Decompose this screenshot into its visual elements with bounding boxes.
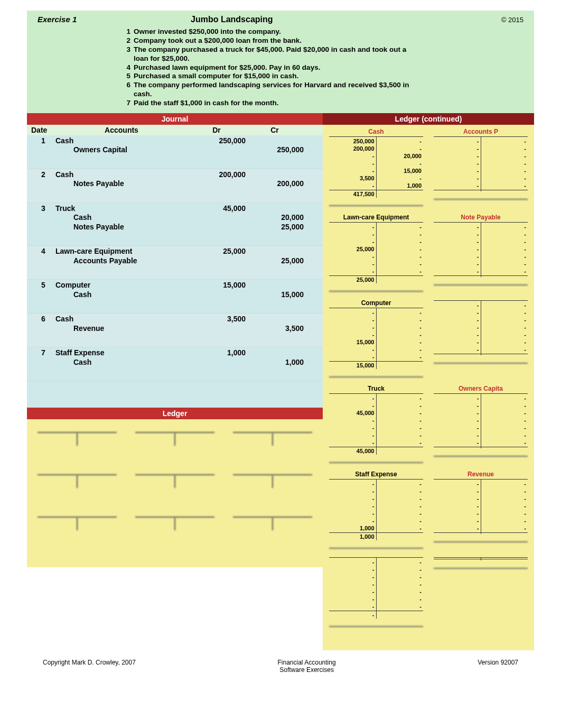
t-account-body: 250,000200,000---3,500---20,000-15,000-1… xyxy=(329,137,423,190)
t-cell-credit: - xyxy=(483,137,527,145)
t-account-row: Staff Expense------1,000-------1,000Reve… xyxy=(325,471,532,549)
t-cell-credit: - xyxy=(378,595,422,603)
t-cell-debit: - xyxy=(331,417,375,424)
t-cell-debit: - xyxy=(331,253,375,260)
ledger-continued-title-bar: Ledger (continued) xyxy=(323,113,534,125)
t-cell-debit: - xyxy=(331,595,375,603)
t-account-debit-col: ---25,000--- xyxy=(329,223,377,275)
t-cell-debit: - xyxy=(435,517,479,524)
journal-line-date: 3 xyxy=(31,204,55,214)
t-cell-credit: - xyxy=(378,409,422,417)
t-account-total-row xyxy=(434,275,528,277)
t-account-credit-col: ------- xyxy=(481,480,528,532)
t-account-body: -------------- xyxy=(434,223,528,275)
right-ledger-area: Cash250,000200,000---3,500---20,000-15,0… xyxy=(323,125,534,650)
t-cell-credit: - xyxy=(378,517,422,524)
t-cell-debit: - xyxy=(331,316,375,324)
t-cell-debit: - xyxy=(331,424,375,431)
journal-line-credit xyxy=(246,247,304,256)
journal-line-date xyxy=(31,358,55,367)
t-total-credit xyxy=(481,190,528,191)
journal-line-account: Cash xyxy=(55,136,188,146)
t-cell-debit: - xyxy=(435,402,479,409)
t-account-title: Revenue xyxy=(434,471,528,480)
t-cell-credit: - xyxy=(378,145,422,152)
journal-entry: 4Lawn-care Equipment25,000Accounts Payab… xyxy=(27,246,323,280)
right-pane: Ledger (continued) Cash250,000200,000---… xyxy=(323,113,534,650)
journal-head-date: Date xyxy=(31,126,55,134)
t-cell-debit: - xyxy=(331,223,375,231)
t-cell-debit: - xyxy=(331,573,375,580)
t-cell-credit: - xyxy=(483,495,527,502)
journal-line-debit xyxy=(188,213,246,223)
journal-line-date xyxy=(31,179,55,189)
journal-entry: 3Truck45,000Cash20,000Notes Payable25,00… xyxy=(27,203,323,246)
t-cell-credit: - xyxy=(483,309,527,316)
journal-entry: 2Cash200,000Notes Payable200,000 xyxy=(27,169,323,203)
t-account-row: --------------- xyxy=(325,556,532,627)
journal-line-account: Staff Expense xyxy=(55,348,188,358)
t-cell-debit: - xyxy=(331,558,375,566)
t-total-credit xyxy=(481,354,528,355)
company-name: Jumbo Landscaping xyxy=(143,15,501,24)
t-total-credit xyxy=(377,190,424,198)
t-account-title: Truck xyxy=(329,385,423,394)
journal-line-account: Cash xyxy=(55,213,188,223)
t-cell-debit: 25,000 xyxy=(331,245,375,253)
t-cell-credit: - xyxy=(378,510,422,517)
t-account-underline xyxy=(434,357,528,364)
journal-line-debit xyxy=(188,145,246,155)
t-cell-debit: - xyxy=(435,524,479,532)
t-account-row: Cash250,000200,000---3,500---20,000-15,0… xyxy=(325,128,532,206)
t-account-credit-col: ------- xyxy=(377,223,424,275)
transaction-number: 5 xyxy=(122,72,130,81)
blank-t-account xyxy=(38,425,117,446)
t-account-body: -------------- xyxy=(434,480,528,532)
journal-line-credit xyxy=(246,281,304,290)
t-total-credit xyxy=(377,533,424,540)
transaction-text: Purchased lawn equipment for $25,000. Pa… xyxy=(134,63,418,72)
journal-line-date xyxy=(31,324,55,334)
journal-line-date xyxy=(31,290,55,300)
transaction-row: 5Purchased a small computer for $15,000 … xyxy=(122,72,418,81)
t-total-debit: 15,000 xyxy=(329,362,377,369)
t-account-title: Lawn-care Equipment xyxy=(329,214,423,223)
t-cell-credit: - xyxy=(483,510,527,517)
t-cell-credit: - xyxy=(483,174,527,182)
t-account-underline xyxy=(434,536,528,542)
t-account: Revenue-------------- xyxy=(434,471,528,549)
t-account-credit-col: ------- xyxy=(377,308,424,361)
page: Exercise 1 Jumbo Landscaping © 2015 1Own… xyxy=(27,11,534,682)
t-account: --------------- xyxy=(329,556,423,627)
journal-line: 1Cash250,000 xyxy=(31,136,319,146)
t-cell-credit: - xyxy=(378,558,422,566)
t-account-underline xyxy=(434,193,528,200)
t-account-debit-col: ------- xyxy=(434,223,481,275)
t-account-title: Computer xyxy=(329,299,423,308)
t-account-title: Note Payable xyxy=(434,214,528,223)
journal-line-credit: 250,000 xyxy=(246,145,304,155)
t-account-total-row: 417,500 xyxy=(329,190,423,198)
t-account-body: --45,000----------- xyxy=(329,394,423,447)
journal-line-debit xyxy=(188,358,246,367)
journal-line-account: Notes Payable xyxy=(55,179,188,189)
t-account-credit-col: ------- xyxy=(481,137,528,190)
journal-line-credit xyxy=(246,315,304,324)
t-account-body: ----15,000--------- xyxy=(329,308,423,361)
t-account-debit-col: ------- xyxy=(434,394,481,447)
t-cell-credit: - xyxy=(378,424,422,431)
t-account-total-row: 1,000 xyxy=(329,532,423,540)
journal-line-debit xyxy=(188,223,246,232)
t-account-credit-col: ------- xyxy=(377,558,424,611)
t-total-credit xyxy=(481,533,528,534)
journal-head-accounts: Accounts xyxy=(55,126,188,134)
t-cell-debit: - xyxy=(435,480,479,487)
t-account-debit-col: ------- xyxy=(329,558,377,611)
t-cell-debit: - xyxy=(331,182,375,189)
journal-line: 5Computer15,000 xyxy=(31,281,319,290)
t-cell-credit: - xyxy=(378,394,422,402)
journal-line-date xyxy=(31,223,55,232)
t-cell-credit: - xyxy=(378,353,422,361)
journal-line-account: Cash xyxy=(55,290,188,300)
journal-line-debit: 1,000 xyxy=(188,348,246,358)
